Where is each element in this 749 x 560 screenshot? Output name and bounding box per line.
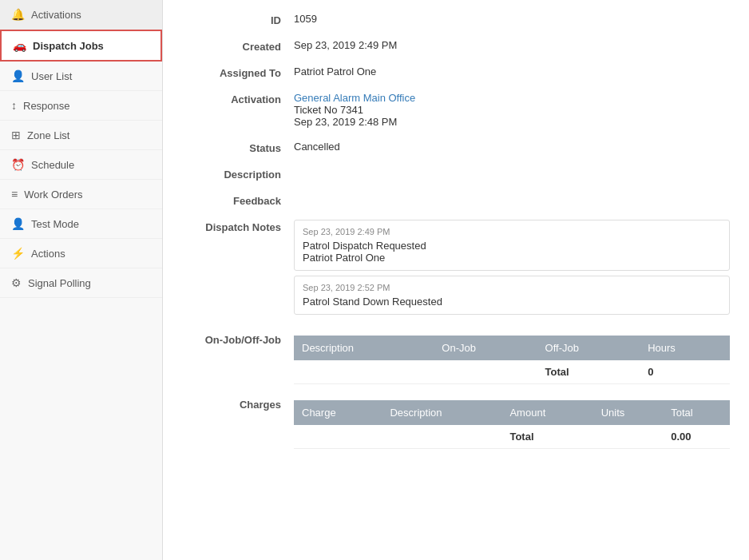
signal-polling-icon: ⚙ [11,276,22,289]
sidebar-item-response[interactable]: ↕Response [0,91,162,121]
on-job-row: On-Job/Off-Job Description On-Job Off-Jo… [182,332,730,384]
sidebar-label-actions: Actions [31,248,65,260]
assigned-to-label: Assigned To [182,66,294,79]
charges-col-total: Total [663,400,730,425]
status-row: Status Cancelled [182,141,730,154]
on-job-total-label: Total [537,360,640,384]
charges-total-empty3 [593,425,664,449]
user-list-icon: 👤 [11,70,25,82]
on-job-col-hours: Hours [640,336,730,360]
on-job-total-row: Total 0 [294,360,730,384]
charges-row: Charges Charge Description Amount Units … [182,397,730,449]
on-job-table-container: Description On-Job Off-Job Hours Total 0 [294,332,730,384]
on-job-col-onjob: On-Job [434,336,537,360]
activation-date: Sep 23, 2019 2:48 PM [294,116,397,128]
activations-icon: 🔔 [11,8,25,21]
assigned-to-row: Assigned To Patriot Patrol One [182,66,730,79]
on-job-total-onjob-empty [434,360,537,384]
dispatch-notes-label: Dispatch Notes [182,220,294,233]
activation-row: Activation General Alarm Main Office Tic… [182,92,730,128]
sidebar-item-schedule[interactable]: ⏰Schedule [0,150,162,180]
activation-ticket: Ticket No 7341 [294,104,363,116]
sidebar-label-activations: Activations [31,9,81,21]
sidebar-item-zone-list[interactable]: ⊞Zone List [0,121,162,150]
charges-label: Charges [182,397,294,411]
sidebar: 🔔Activations🚗Dispatch Jobs👤User List↕Res… [0,0,163,560]
status-value: Cancelled [294,141,730,153]
charges-total-row: Total 0.00 [294,425,730,449]
sidebar-label-response: Response [23,100,70,112]
schedule-icon: ⏰ [11,158,25,171]
dispatch-notes-value: Sep 23, 2019 2:49 PMPatrol Dispatch Requ… [294,220,730,320]
zone-list-icon: ⊞ [11,129,21,141]
charges-total-value: 0.00 [663,425,730,449]
charges-col-charge: Charge [294,400,382,425]
charges-col-units: Units [593,400,664,425]
dispatch-note-time: Sep 23, 2019 2:49 PM [303,227,721,236]
description-label: Description [182,167,294,181]
status-label: Status [182,141,294,154]
sidebar-item-user-list[interactable]: 👤User List [0,62,162,91]
actions-icon: ⚡ [11,247,25,260]
dispatch-note-time: Sep 23, 2019 2:52 PM [303,283,721,292]
on-job-col-description: Description [294,336,434,360]
sidebar-item-dispatch-jobs[interactable]: 🚗Dispatch Jobs [0,30,162,62]
dispatch-note-box: Sep 23, 2019 2:52 PMPatrol Stand Down Re… [294,276,730,315]
charges-col-description: Description [382,400,501,425]
charges-table: Charge Description Amount Units Total To… [294,400,730,449]
main-content: ID 1059 Created Sep 23, 2019 2:49 PM Ass… [163,0,749,560]
sidebar-label-user-list: User List [31,70,72,82]
sidebar-label-schedule: Schedule [31,159,74,171]
dispatch-jobs-icon: 🚗 [13,39,26,52]
sidebar-label-dispatch-jobs: Dispatch Jobs [33,40,104,52]
charges-total-empty1 [294,425,382,449]
dispatch-notes-row: Dispatch Notes Sep 23, 2019 2:49 PMPatro… [182,220,730,320]
charges-total-empty2 [382,425,501,449]
id-value: 1059 [294,13,730,25]
on-job-table: Description On-Job Off-Job Hours Total 0 [294,336,730,384]
activation-label: Activation [182,92,294,105]
created-row: Created Sep 23, 2019 2:49 PM [182,39,730,53]
sidebar-label-signal-polling: Signal Polling [28,277,91,289]
id-label: ID [182,13,294,26]
on-job-total-value: 0 [640,360,730,384]
sidebar-item-actions[interactable]: ⚡Actions [0,239,162,268]
created-value: Sep 23, 2019 2:49 PM [294,39,730,51]
activation-link[interactable]: General Alarm Main Office [294,92,415,104]
assigned-to-value: Patriot Patrol One [294,66,730,77]
sidebar-label-test-mode: Test Mode [31,218,79,230]
on-job-col-offjob: Off-Job [537,336,640,360]
sidebar-label-work-orders: Work Orders [24,189,82,201]
on-job-label: On-Job/Off-Job [182,332,294,346]
charges-table-container: Charge Description Amount Units Total To… [294,397,730,449]
response-icon: ↕ [11,99,17,112]
feedback-row: Feedback [182,193,730,207]
dispatch-note-text: Patrol Stand Down Requested [303,296,721,308]
description-row: Description [182,167,730,181]
feedback-label: Feedback [182,193,294,207]
charges-total-label: Total [501,425,592,449]
charges-col-amount: Amount [501,400,592,425]
sidebar-item-test-mode[interactable]: 👤Test Mode [0,209,162,239]
created-label: Created [182,39,294,53]
id-row: ID 1059 [182,13,730,26]
sidebar-item-work-orders[interactable]: ≡Work Orders [0,180,162,209]
sidebar-item-signal-polling[interactable]: ⚙Signal Polling [0,268,162,298]
sidebar-label-zone-list: Zone List [27,129,69,141]
test-mode-icon: 👤 [11,217,25,230]
dispatch-note-text: Patrol Dispatch Requested Patriot Patrol… [303,240,721,264]
work-orders-icon: ≡ [11,188,18,201]
on-job-total-desc-empty [294,360,434,384]
dispatch-note-box: Sep 23, 2019 2:49 PMPatrol Dispatch Requ… [294,220,730,271]
activation-value: General Alarm Main Office Ticket No 7341… [294,92,730,128]
sidebar-item-activations[interactable]: 🔔Activations [0,0,162,30]
